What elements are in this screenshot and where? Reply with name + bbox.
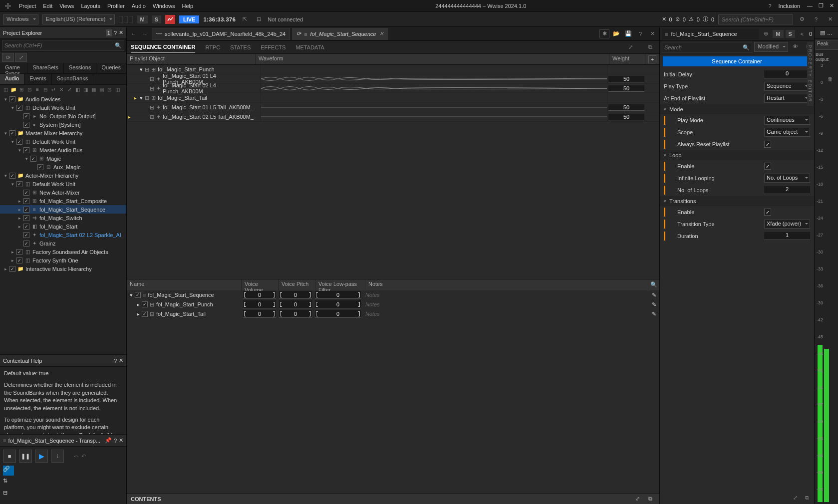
menu-windows[interactable]: Windows bbox=[153, 3, 175, 9]
play-button[interactable]: ▶ bbox=[35, 450, 48, 463]
save-icon[interactable]: 💾 bbox=[623, 29, 633, 38]
include-checkbox[interactable] bbox=[23, 147, 29, 153]
tree-node[interactable]: ▾◫Default Work Unit bbox=[0, 180, 126, 188]
include-checkbox[interactable] bbox=[9, 173, 15, 179]
tab-metadata[interactable]: METADATA bbox=[295, 42, 324, 52]
live-badge[interactable]: LIVE bbox=[179, 15, 199, 23]
expand-icon[interactable]: ▾ bbox=[10, 182, 15, 187]
tree-node[interactable]: ▸No_Output [No Output] bbox=[0, 112, 126, 120]
doc-tab-1[interactable]: 〰 sollevante_lp_v01_DAMF_Nearfield_48k_2… bbox=[152, 28, 290, 40]
help-panel-close-icon[interactable]: ✕ bbox=[119, 357, 123, 364]
tree-node[interactable]: ▸📁Interactive Music Hierarchy bbox=[0, 264, 126, 273]
expand-icon[interactable]: ▾ bbox=[17, 148, 22, 153]
voice-volume-field[interactable]: 0 bbox=[243, 291, 276, 299]
tab-audio[interactable]: Audio bbox=[0, 74, 24, 84]
search-icon[interactable]: 🔍 bbox=[113, 42, 124, 49]
tool-icon[interactable]: ◧ bbox=[74, 86, 81, 93]
settings-icon[interactable]: ⊟ bbox=[3, 490, 14, 500]
filter-icon[interactable]: ⇅ bbox=[3, 478, 14, 488]
refresh-icon[interactable]: ⟳ bbox=[2, 53, 14, 62]
prop-popout-icon[interactable]: ⧉ bbox=[802, 493, 812, 502]
playlist-row[interactable]: ▸▾⊞⊞fol_Magic_Start_Tail bbox=[127, 93, 659, 103]
expand-icon[interactable]: ▸ bbox=[3, 266, 8, 271]
nav-back-icon[interactable]: ← bbox=[129, 31, 138, 37]
property-editor-side-tab[interactable]: PROPERTY EDITOR bbox=[807, 42, 813, 106]
expand-icon[interactable]: ▸ bbox=[137, 301, 140, 308]
expand-icon[interactable]: ▾ bbox=[10, 105, 15, 110]
tree-node[interactable]: ▾⊞Master Audio Bus bbox=[0, 146, 126, 154]
warning-icon[interactable]: ⚠ bbox=[689, 16, 694, 22]
tree-node[interactable]: ⊞New Actor-Mixer bbox=[0, 188, 126, 197]
close-icon[interactable]: ✕ bbox=[830, 2, 834, 9]
include-checkbox[interactable] bbox=[16, 139, 22, 145]
include-checkbox[interactable] bbox=[37, 164, 43, 170]
rewind-icon[interactable]: ⤺ bbox=[74, 453, 78, 460]
tool-icon[interactable]: ◫ bbox=[2, 86, 9, 93]
tab-states[interactable]: STATES bbox=[230, 42, 251, 52]
tool-icon[interactable]: ◫ bbox=[114, 86, 121, 93]
tool-icon[interactable]: ⇄ bbox=[50, 86, 57, 93]
voice-volume-field[interactable]: 0 bbox=[243, 300, 276, 308]
property-number-field[interactable]: 1 bbox=[764, 232, 810, 240]
stop-button[interactable]: ■ bbox=[3, 450, 16, 463]
tool-icon[interactable]: ⊡ bbox=[26, 86, 33, 93]
include-checkbox[interactable] bbox=[16, 257, 22, 263]
filter-modified-dropdown[interactable]: Modified bbox=[754, 42, 788, 52]
include-checkbox[interactable] bbox=[9, 96, 15, 102]
tree-node[interactable]: ▸⊞fol_Magic_Start_Composite bbox=[0, 197, 126, 205]
tab-sessions[interactable]: Sessions bbox=[64, 63, 97, 73]
contents-row[interactable]: ▾≡fol_Magic_Start_Sequence000Notes✎ bbox=[127, 290, 659, 300]
col-voice-lpf[interactable]: Voice Low-pass Filter bbox=[315, 279, 365, 290]
expand-icon[interactable]: ▸ bbox=[17, 216, 22, 221]
menu-help[interactable]: Help bbox=[182, 3, 194, 9]
include-checkbox[interactable] bbox=[16, 249, 22, 255]
eye-icon[interactable]: 👁 bbox=[790, 42, 800, 51]
tree-node[interactable]: ▸≡fol_Magic_Start_Sequence bbox=[0, 205, 126, 214]
expand-icon[interactable]: ⤢ bbox=[625, 43, 635, 52]
tool-icon[interactable]: ⊟ bbox=[42, 86, 49, 93]
weight-field[interactable]: 50 bbox=[608, 104, 644, 111]
property-dropdown[interactable]: No. of Loops bbox=[764, 174, 810, 183]
edit-icon[interactable]: ✎ bbox=[649, 301, 659, 308]
transport-help-icon[interactable]: ? bbox=[114, 438, 117, 444]
global-search-input[interactable] bbox=[718, 14, 793, 24]
tree-node[interactable]: ▾◫Default Work Unit bbox=[0, 103, 126, 112]
property-group-header[interactable]: ▾Loop bbox=[660, 150, 814, 160]
expand-icon[interactable]: ▾ bbox=[24, 156, 29, 161]
tree-node[interactable]: ▸⇉fol_Magic_Switch bbox=[0, 214, 126, 222]
playlist-row[interactable]: ⊞✦fol_Magic_Start 02 L4 Punch_AKB00M_50 bbox=[127, 84, 659, 93]
menu-project[interactable]: Project bbox=[19, 3, 36, 9]
tool-icon[interactable]: ▤ bbox=[98, 86, 105, 93]
tab-rtpc[interactable]: RTPC bbox=[205, 42, 220, 52]
tree-node[interactable]: ▸◫Factory Synth One bbox=[0, 256, 126, 264]
include-checkbox[interactable] bbox=[23, 215, 29, 221]
pin-icon[interactable]: 1 bbox=[106, 29, 112, 36]
project-tree[interactable]: ▾📁Audio Devices▾◫Default Work Unit▸No_Ou… bbox=[0, 94, 126, 354]
voice-pitch-field[interactable]: 0 bbox=[279, 300, 312, 308]
col-object[interactable]: Playlist Object bbox=[127, 54, 256, 64]
doc-tab-2[interactable]: ⟳ ≡ fol_Magic_Start_Sequence ✕ bbox=[292, 28, 388, 40]
tab-close-icon[interactable]: ✕ bbox=[379, 30, 384, 37]
minimize-icon[interactable]: — bbox=[807, 3, 813, 9]
locate-icon[interactable]: ⊚ bbox=[761, 29, 771, 38]
maximize-icon[interactable]: ❐ bbox=[819, 2, 824, 9]
expand-icon[interactable]: ▾ bbox=[3, 97, 8, 102]
edit-icon[interactable]: ✎ bbox=[649, 292, 659, 298]
tree-node[interactable]: ✦Grainz bbox=[0, 239, 126, 248]
voice-lpf-field[interactable]: 0 bbox=[315, 291, 361, 299]
menu-edit[interactable]: Edit bbox=[43, 3, 52, 9]
expand-icon[interactable]: ▸ bbox=[10, 258, 15, 263]
help-icon[interactable]: ? bbox=[768, 3, 771, 9]
new-tab-icon[interactable]: ✱ bbox=[599, 29, 609, 38]
tab-soundbanks[interactable]: SoundBanks bbox=[52, 74, 93, 84]
meter-more-icon[interactable]: … bbox=[827, 30, 833, 36]
tree-node[interactable]: ⊡Aux_Magic bbox=[0, 163, 126, 171]
help-panel-help-icon[interactable]: ? bbox=[114, 358, 117, 364]
expand-icon[interactable]: ▾ bbox=[3, 173, 8, 178]
share-icon[interactable]: < bbox=[797, 29, 807, 38]
reset-icon[interactable]: ↶ bbox=[81, 453, 86, 460]
tool-icon[interactable]: ⊞ bbox=[18, 86, 25, 93]
tree-node[interactable]: ▸◫Factory Soundseed Air Objects bbox=[0, 248, 126, 256]
tree-node[interactable]: ▾📁Actor-Mixer Hierarchy bbox=[0, 171, 126, 180]
tree-node[interactable]: ▾📁Audio Devices bbox=[0, 95, 126, 103]
